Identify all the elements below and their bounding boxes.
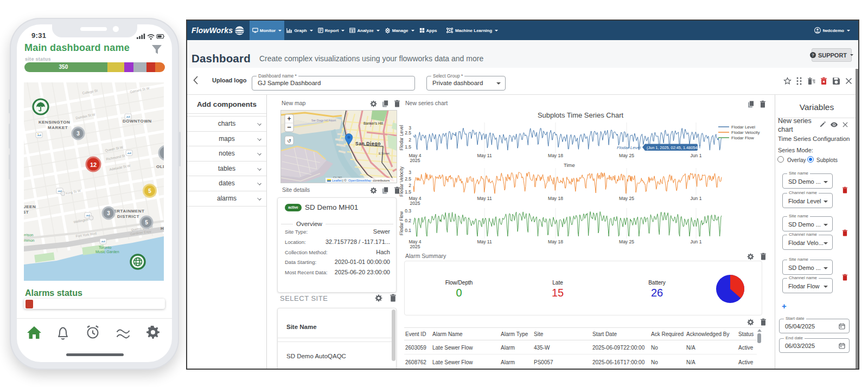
svg-text:1.5: 1.5 <box>405 189 411 195</box>
svg-text:−: − <box>287 123 291 131</box>
svg-text:Subplots Time Series Chart: Subplots Time Series Chart <box>538 111 624 119</box>
svg-text:KENSINGTON: KENSINGTON <box>39 120 70 125</box>
svg-text:Flodar Flow: Flodar Flow <box>399 211 404 235</box>
svg-text:May 25: May 25 <box>619 153 634 158</box>
svg-text:Flodar Level: Flodar Level <box>617 145 641 150</box>
svg-text:ST: ST <box>24 210 29 215</box>
svg-text:May 11: May 11 <box>477 153 492 158</box>
svg-text:May 11: May 11 <box>477 196 492 201</box>
svg-text:2.5: 2.5 <box>405 130 411 136</box>
svg-text:Jun 1: Jun 1 <box>691 239 702 244</box>
svg-text:Flodar Level: Flodar Level <box>399 125 404 151</box>
svg-text:2: 2 <box>409 137 411 143</box>
svg-text:Time: Time <box>564 162 575 168</box>
svg-text:May 11: May 11 <box>477 239 492 244</box>
svg-text:Flodar Velocity: Flodar Velocity <box>731 130 760 135</box>
svg-text:rrison: rrison <box>24 233 34 237</box>
svg-text:0.1: 0.1 <box>405 228 411 233</box>
svg-text:OLD: OLD <box>156 164 164 169</box>
svg-text:2025: 2025 <box>410 158 420 163</box>
svg-text:Banker's Hill: Banker's Hill <box>363 121 383 125</box>
svg-text:May 25: May 25 <box>619 239 634 244</box>
svg-text:DISTRICT: DISTRICT <box>117 214 139 219</box>
svg-text:OpenStreetMap: OpenStreetMap <box>348 179 372 182</box>
svg-text:MARKET: MARKET <box>48 125 68 130</box>
svg-text:2.5: 2.5 <box>405 176 411 182</box>
svg-text:Flodar Velocity: Flodar Velocity <box>399 166 404 196</box>
svg-text:Jun 1: Jun 1 <box>691 153 702 158</box>
svg-text:Jun 1: Jun 1 <box>691 196 702 201</box>
svg-text:HA: HA <box>161 226 164 231</box>
svg-text:Toronto: Toronto <box>99 246 111 249</box>
svg-text:0.2: 0.2 <box>405 218 411 223</box>
svg-text:3: 3 <box>409 170 411 175</box>
svg-text:San Diego Intl Airport: San Diego Intl Airport <box>311 119 336 122</box>
svg-text:UEEN: UEEN <box>24 204 36 209</box>
svg-text:+: + <box>287 115 291 122</box>
svg-text:mmon: mmon <box>24 238 35 242</box>
svg-text:(Jun 1, 2025, 02:45, 1.480548): (Jun 1, 2025, 02:45, 1.480548) <box>647 145 701 150</box>
svg-text:2: 2 <box>409 183 411 188</box>
svg-text:1.5: 1.5 <box>405 144 411 150</box>
svg-text:May 25: May 25 <box>619 196 634 201</box>
svg-text:Leaflet: Leaflet <box>332 179 342 182</box>
svg-text:0.3: 0.3 <box>405 208 411 214</box>
svg-text:5: 5 <box>148 188 151 194</box>
svg-text:| ©: | © <box>342 179 347 182</box>
svg-text:2025: 2025 <box>410 201 420 206</box>
svg-text:2025: 2025 <box>410 244 420 249</box>
svg-text:Flodar Flow: Flodar Flow <box>731 136 754 140</box>
svg-text:5: 5 <box>145 220 148 225</box>
svg-text:contributors: contributors <box>373 179 390 182</box>
svg-text:3: 3 <box>76 131 80 137</box>
svg-text:E Street: E Street <box>379 152 390 155</box>
svg-text:May 18: May 18 <box>548 239 563 244</box>
svg-text:12: 12 <box>90 162 97 168</box>
svg-text:Music Garden: Music Garden <box>95 250 119 254</box>
svg-text:3: 3 <box>107 210 110 216</box>
svg-text:↺: ↺ <box>287 138 291 144</box>
svg-text:May 18: May 18 <box>548 153 563 158</box>
svg-text:San Diego: San Diego <box>355 141 381 146</box>
svg-text:Flodar Level: Flodar Level <box>731 125 755 130</box>
svg-text:May 18: May 18 <box>548 196 563 201</box>
